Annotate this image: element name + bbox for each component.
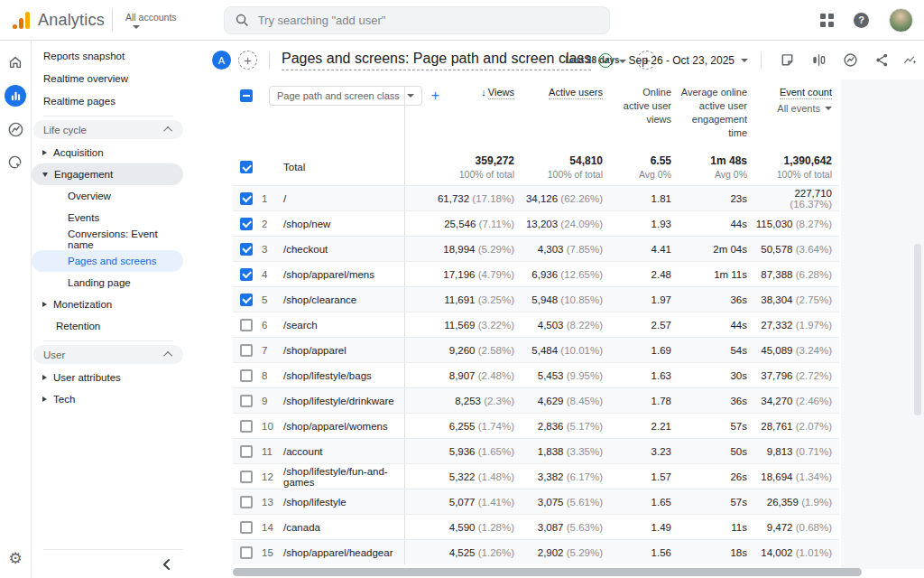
column-header-active-users[interactable]: Active users [522, 86, 610, 99]
row-checkbox[interactable] [240, 420, 253, 433]
sidebar-item-user-attributes[interactable]: User attributes [32, 367, 185, 388]
analytics-logo[interactable]: Analytics [0, 11, 99, 30]
vertical-scrollbar[interactable] [914, 244, 921, 415]
sidebar-item-landing-page[interactable]: Landing page [32, 272, 185, 294]
row-event-count: 34,270 (2.46%) [754, 396, 839, 406]
sidebar-item-life-cycle[interactable]: Life cycle [33, 120, 183, 139]
table-header-row: Page path and screen class + ↓Views Acti… [233, 79, 839, 149]
edit-comparisons-icon[interactable] [809, 51, 827, 70]
add-comparison-button[interactable]: + [238, 51, 257, 70]
sidebar-item-realtime-overview[interactable]: Realtime overview [32, 67, 185, 89]
row-checkbox[interactable] [240, 294, 253, 306]
row-engagement-time: 44s [679, 219, 754, 229]
explore-report-icon[interactable] [904, 51, 917, 70]
explore-icon[interactable] [5, 118, 26, 140]
row-online-views: 1.93 [610, 219, 679, 229]
date-range-value: Sep 26 - Oct 23, 2025 [629, 54, 735, 67]
sidebar-item-realtime-pages[interactable]: Realtime pages [32, 89, 185, 112]
search-bar[interactable]: Try searching "add user" [224, 6, 610, 34]
report-canvas-margin [841, 79, 924, 569]
header-divider [269, 51, 270, 70]
column-header-event-count[interactable]: Event count All events [754, 86, 839, 116]
row-engagement-time: 23s [679, 193, 754, 204]
sidebar-item-conversions-event-name[interactable]: Conversions: Event name [32, 228, 185, 250]
top-app-bar: Analytics All accounts Try searching "ad… [0, 0, 924, 41]
sidebar-item-retention[interactable]: Retention [32, 315, 185, 337]
dimension-selector[interactable]: Page path and screen class [269, 86, 422, 106]
avatar[interactable] [889, 8, 913, 33]
sidebar-item-engagement[interactable]: Engagement [32, 163, 183, 185]
event-filter-dropdown[interactable]: All events [777, 102, 832, 116]
sidebar-item-tech[interactable]: Tech [32, 388, 185, 410]
account-selector-label: All accounts [125, 12, 177, 23]
row-views: 11,691 (3.25%) [404, 287, 522, 312]
help-icon[interactable]: ? [854, 13, 869, 28]
report-title[interactable]: Pages and screens: Page path and screen … [282, 51, 591, 70]
account-selector[interactable]: All accounts [125, 12, 177, 29]
row-rank: 13 [262, 497, 283, 508]
chevron-up-icon [163, 126, 172, 135]
insights-icon[interactable] [841, 51, 859, 70]
row-views: 4,525 (1.26%) [404, 540, 522, 564]
table-row: 7 /shop/apparel 9,260 (2.58%) 5,484 (10.… [233, 337, 839, 362]
sidebar-item-user[interactable]: User [33, 345, 183, 364]
row-checkbox[interactable] [240, 395, 253, 407]
horizontal-scrollbar[interactable] [233, 568, 862, 576]
total-engagement-time: 1m 48sAvg 0% [679, 154, 754, 180]
home-icon[interactable] [5, 51, 26, 73]
select-all-checkbox[interactable] [240, 89, 253, 102]
row-checkbox[interactable] [240, 218, 253, 230]
row-checkbox[interactable] [240, 496, 253, 508]
row-event-count: 9,813 (0.71%) [754, 446, 839, 457]
sidebar-item-reports-snapshot[interactable]: Reports snapshot [32, 44, 185, 67]
column-header-online-active-user-views[interactable]: Online active user views [610, 86, 679, 126]
row-rank: 7 [262, 345, 283, 356]
column-header-avg-engagement-time[interactable]: Average online active user engagement ti… [679, 86, 754, 139]
collapse-sidebar-icon[interactable] [162, 558, 172, 571]
row-checkbox[interactable] [240, 546, 253, 559]
share-icon[interactable] [873, 51, 891, 70]
row-checkbox[interactable] [240, 521, 253, 534]
row-checkbox[interactable] [240, 445, 253, 458]
total-checkbox[interactable] [240, 161, 253, 173]
row-checkbox[interactable] [240, 471, 253, 483]
row-views: 5,077 (1.41%) [404, 489, 522, 514]
table-row: 3 /checkout 18,994 (5.29%) 4,303 (7.85%)… [233, 236, 839, 261]
reports-icon[interactable] [5, 85, 26, 107]
sidebar-item-label: Acquisition [53, 147, 104, 158]
row-checkbox[interactable] [240, 192, 253, 205]
row-checkbox[interactable] [240, 319, 253, 331]
row-checkbox[interactable] [240, 268, 253, 281]
row-checkbox[interactable] [240, 344, 253, 357]
advertising-icon[interactable] [5, 152, 26, 173]
row-rank: 8 [262, 370, 283, 381]
column-header-views[interactable]: ↓Views [404, 86, 522, 149]
row-checkbox[interactable] [240, 243, 253, 256]
row-views: 5,936 (1.65%) [404, 439, 522, 463]
sidebar-item-overview[interactable]: Overview [32, 185, 185, 207]
search-icon [236, 14, 249, 27]
row-online-views: 2.57 [610, 320, 679, 331]
sidebar-item-events[interactable]: Events [32, 207, 185, 228]
row-views: 25,546 (7.11%) [404, 211, 522, 236]
row-event-count: 115,030 (8.27%) [754, 219, 839, 229]
row-online-views: 1.97 [610, 294, 679, 305]
admin-gear-icon[interactable]: ⚙ [8, 551, 22, 566]
row-rank: 10 [262, 421, 283, 432]
date-range-picker[interactable]: Sep 26 - Oct 23, 2025 [629, 54, 748, 67]
table-row: 8 /shop/lifestyle/bags 8,907 (2.48%) 5,4… [233, 362, 839, 387]
notes-icon[interactable] [778, 51, 796, 70]
sidebar-item-pages-and-screens[interactable]: Pages and screens [32, 250, 183, 272]
row-event-count: 45,089 (3.24%) [754, 345, 839, 356]
sidebar-item-monetization[interactable]: Monetization [32, 294, 185, 315]
sidebar-item-acquisition[interactable]: Acquisition [32, 142, 185, 163]
sidebar-divider [43, 116, 173, 117]
row-rank: 3 [262, 244, 283, 255]
chevron-down-icon [133, 25, 140, 29]
row-engagement-time: 36s [679, 396, 754, 406]
apps-grid-icon[interactable] [820, 14, 834, 27]
table-body: 1 / 61,732 (17.18%) 34,126 (62.26%) 1.81… [233, 185, 839, 564]
row-active-users: 4,629 (8.45%) [522, 396, 610, 406]
property-badge[interactable]: A [212, 51, 231, 70]
row-checkbox[interactable] [240, 369, 253, 382]
